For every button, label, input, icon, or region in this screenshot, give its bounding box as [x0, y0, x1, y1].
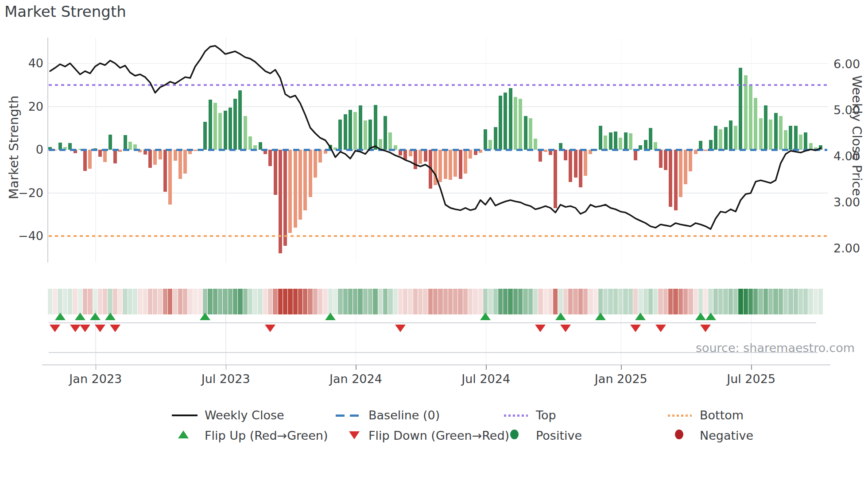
- heatmap-cell: [688, 289, 693, 314]
- market-strength-bar: [359, 105, 362, 150]
- flip-up-marker: [595, 313, 606, 320]
- market-strength-bar: [434, 150, 437, 185]
- market-strength-bar: [453, 150, 457, 177]
- flip-down-marker: [700, 325, 711, 332]
- heatmap-cell: [623, 289, 628, 314]
- heatmap-cell: [794, 289, 798, 314]
- market-strength-bar: [749, 85, 752, 150]
- market-strength-bar: [418, 150, 422, 164]
- top-reference-line: [49, 84, 827, 86]
- legend-positive-icon: [510, 430, 519, 439]
- heatmap-cell: [518, 289, 523, 314]
- market-strength-bar: [209, 100, 212, 150]
- flip-up-marker: [695, 313, 706, 320]
- heatmap-cell: [133, 289, 137, 314]
- legend-baseline-swatch: [336, 414, 361, 417]
- flip-up-marker: [55, 313, 66, 320]
- heatmap-cell: [643, 289, 648, 314]
- heatmap-cell: [488, 289, 492, 314]
- market-strength-bar: [349, 110, 352, 150]
- heatmap-cell: [268, 289, 272, 314]
- market-strength-bar: [159, 150, 162, 159]
- flip-up-marker: [200, 313, 210, 320]
- heatmap-cell: [363, 289, 368, 314]
- heatmap-cell: [798, 289, 803, 314]
- baseline-zero-line: [49, 149, 827, 151]
- heatmap-cell: [108, 289, 112, 314]
- heatmap-cell: [768, 289, 773, 314]
- market-strength-bar: [484, 129, 487, 150]
- left-axis-tick-label: 40: [12, 56, 43, 70]
- heatmap-cell: [343, 289, 348, 314]
- market-strength-bar: [174, 150, 177, 161]
- gridline-h: [48, 63, 828, 64]
- market-strength-bar: [353, 112, 357, 150]
- market-strength-bar: [734, 126, 737, 150]
- flip-up-marker: [90, 313, 101, 320]
- market-strength-bar: [774, 113, 778, 150]
- market-strength-bar: [449, 150, 452, 180]
- right-axis-label: Weekly Close Price: [849, 75, 864, 196]
- market-strength-bar: [669, 150, 672, 207]
- heatmap-cell: [593, 289, 598, 314]
- legend-top-label: Top: [536, 408, 556, 422]
- heatmap-cell: [668, 289, 673, 314]
- market-strength-bar: [729, 120, 732, 150]
- heatmap-cell: [543, 289, 548, 314]
- heatmap-cell: [273, 289, 277, 314]
- market-strength-bar: [569, 150, 572, 182]
- market-strength-bar: [213, 103, 217, 150]
- heatmap-cell: [413, 289, 418, 314]
- market-strength-bar: [744, 75, 748, 150]
- heatmap-cell: [73, 289, 77, 314]
- market-strength-bar: [163, 150, 167, 192]
- flip-down-marker: [395, 325, 406, 332]
- heatmap-cell: [613, 289, 618, 314]
- heatmap-cell: [198, 289, 202, 314]
- heatmap-cell: [213, 289, 217, 314]
- gridline-v-marker-panel: [751, 310, 752, 364]
- heatmap-cell: [548, 289, 553, 314]
- market-strength-bar: [83, 150, 87, 171]
- heatmap-cell: [308, 289, 312, 314]
- market-strength-bar: [769, 120, 772, 150]
- market-strength-bar: [464, 150, 467, 174]
- market-strength-bar: [499, 96, 502, 150]
- market-strength-bar: [388, 132, 392, 150]
- source-attribution: source: sharemaestro.com: [696, 341, 855, 355]
- market-strength-bar: [338, 120, 342, 150]
- right-axis-tick-label: 2.00: [833, 241, 868, 255]
- heatmap-cell: [553, 289, 558, 314]
- heatmap-cell: [493, 289, 498, 314]
- heatmap-cell: [348, 289, 353, 314]
- heatmap-cell: [698, 289, 703, 314]
- market-strength-bar: [789, 126, 792, 150]
- market-strength-bar: [529, 118, 532, 150]
- market-strength-bar: [374, 105, 377, 150]
- heatmap-cell: [783, 289, 788, 314]
- heatmap-cell: [758, 289, 763, 314]
- left-axis-label: Market Strength: [6, 96, 21, 199]
- x-axis-tick-label: Jul 2025: [727, 372, 775, 386]
- heatmap-cell: [508, 289, 512, 314]
- legend-bottom-swatch: [668, 414, 692, 417]
- heatmap-cell: [178, 289, 182, 314]
- market-strength-bar: [519, 99, 522, 150]
- heatmap-cell: [578, 289, 583, 314]
- heatmap-cell: [653, 289, 658, 314]
- heatmap-cell: [158, 289, 162, 314]
- heatmap-cell: [193, 289, 198, 314]
- market-strength-bar: [414, 150, 417, 169]
- heatmap-cell: [498, 289, 503, 314]
- market-strength-bar: [403, 150, 407, 159]
- market-strength-bar: [148, 150, 152, 168]
- market-strength-bar: [444, 150, 447, 179]
- heatmap-cell: [523, 289, 527, 314]
- heatmap-cell: [563, 289, 568, 314]
- x-axis-tick: [226, 365, 227, 370]
- heatmap-cell: [48, 289, 52, 314]
- heatmap-cell: [128, 289, 132, 314]
- market-strength-chart: Market Strength 40200−20−406.005.004.003…: [0, 0, 868, 488]
- market-strength-bar: [759, 118, 763, 150]
- heatmap-cell: [243, 289, 248, 314]
